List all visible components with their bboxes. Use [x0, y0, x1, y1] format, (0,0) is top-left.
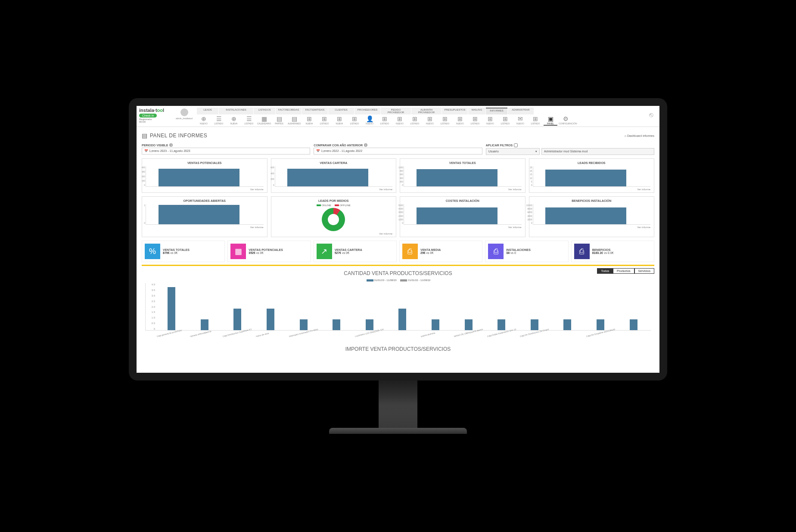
tool-listado-cli[interactable]: ⊞LISTADO: [378, 115, 392, 126]
card-title: LEADS POR MEDIOS: [275, 199, 393, 202]
ver-informe-link[interactable]: Ver informe: [404, 188, 522, 191]
tool-nuevo-pres[interactable]: ⊞NUEVO: [483, 115, 497, 126]
apply-filters-label: APLICAR FILTROS: [486, 143, 654, 147]
big-bar-chart: 4.03.53.02.52.01.51.00.50: [145, 283, 651, 331]
apply-filters-checkbox[interactable]: [514, 143, 518, 147]
tab-proveedores[interactable]: PROVEEDORES: [354, 108, 380, 114]
tile-value: 527€ vs 0€: [335, 251, 362, 254]
tab-clientes[interactable]: CLIENTES: [328, 108, 354, 114]
big-chart-legend: 01/01/23 - 11/08/23 01/01/22 - 11/08/22: [142, 279, 654, 281]
tool-nuevo-cli[interactable]: 👤NUEVO: [363, 115, 376, 126]
card-title: BENEFICIOS INSTALACIÓN: [533, 199, 651, 202]
compare-input[interactable]: 📅 1,enero 2022 - 11,agosto 2022: [314, 148, 482, 155]
card-title: COSTES INSTALACIÓN: [404, 199, 522, 202]
ver-informe-link[interactable]: Ver informe: [533, 188, 651, 191]
tile-label: VENTAS TOTALES: [163, 248, 190, 251]
ver-informe-link[interactable]: Ver informe: [146, 188, 264, 191]
stat-tile: ⎙INSTALACIONES38 vs 0: [485, 241, 568, 262]
tool-listado-ap[interactable]: ⊞LISTADO: [468, 115, 482, 126]
ver-informe-link[interactable]: Ver informe: [275, 232, 393, 235]
tab-mailing[interactable]: MAILING: [468, 108, 485, 114]
tab-fact-emitidas[interactable]: FACT.EMITIDAS: [302, 108, 328, 114]
mini-card: VENTAS CARTERA6004002000Ver informe: [271, 158, 397, 193]
tile-label: BENEFICIOS: [592, 248, 614, 251]
tile-value: 29€ vs 0€: [420, 251, 441, 254]
tool-nuevo-prov[interactable]: ⊞NUEVO: [393, 115, 407, 126]
filter-productos[interactable]: Productos: [613, 268, 634, 274]
tool-nuevo-lead[interactable]: ⊕NUEVO: [197, 115, 211, 126]
stat-tile: ⎙VENTA MEDIA29€ vs 0€: [399, 241, 482, 262]
card-title: VENTAS CARTERA: [275, 161, 393, 164]
tool-listado-leads[interactable]: ☰LISTADO: [212, 115, 226, 126]
tool-nuevo-ap[interactable]: ⊞NUEVO: [453, 115, 467, 126]
donut-chart: [322, 208, 345, 231]
tile-label: INSTALACIONES: [506, 248, 531, 251]
tool-listado-pres[interactable]: ⊞LISTADO: [498, 115, 512, 126]
compare-label: COMPARAR CON AÑO ANTERIORi: [314, 143, 482, 147]
tile-value: 352€ vs 0€: [249, 251, 283, 254]
tool-listado-inst[interactable]: ☰LISTADO: [242, 115, 256, 126]
tile-label: VENTAS CARTERA: [335, 248, 362, 251]
mini-card: COSTES INSTALACIÓN500040003000200010000V…: [400, 196, 525, 237]
tab-pedido-proveedor[interactable]: PEDIDO PROVEEDOR: [381, 108, 411, 114]
mini-bar-chart: 1000080006000400020000: [533, 204, 651, 225]
tab-fact-recibidas[interactable]: FACT.RECIBIDAS: [276, 108, 302, 114]
filter-group-select[interactable]: Usuario ▾: [486, 148, 540, 155]
tool-nuevo-mail[interactable]: ✉NUEVO: [513, 115, 527, 126]
tile-icon: ⎙: [402, 244, 418, 259]
tool-albaranes[interactable]: ▤ALBARANES: [287, 115, 301, 126]
ver-informe-link[interactable]: Ver informe: [404, 226, 522, 229]
info-icon[interactable]: i: [364, 143, 367, 147]
card-title: VENTAS POTENCIALES: [146, 161, 264, 164]
mini-card: LEADS POR MEDIOS ONLINE OFFLINEVer infor…: [271, 196, 397, 237]
tab-informes[interactable]: INFORMES: [486, 108, 507, 114]
tab-listados[interactable]: LISTADOS: [254, 108, 275, 114]
tool-nueva-1[interactable]: ⊞NUEVA: [302, 115, 316, 126]
period-input[interactable]: 📅 1,enero 2023 - 11,agosto 2023: [142, 148, 310, 155]
tile-value: 879€ vs 0€: [163, 251, 190, 254]
card-title: VENTAS TOTALES: [404, 161, 522, 164]
tool-nueva-2[interactable]: ⊞NUEVA: [333, 115, 346, 126]
tool-listado-prov[interactable]: ⊞LISTADO: [408, 115, 422, 126]
card-title: LEADS RECIBIDOS: [533, 161, 651, 164]
tool-config[interactable]: ⚙CONFIGURACIÓN: [559, 115, 572, 126]
logout-icon[interactable]: ⎋: [649, 108, 657, 119]
page-title: PANEL DE INFORMES: [150, 133, 207, 139]
filter-servicios[interactable]: Servicios: [634, 268, 654, 274]
tab-albaran-proveedor[interactable]: ALBARÁN PROVEEDOR: [411, 108, 442, 114]
reports-icon: ▤: [142, 132, 147, 139]
tab-presupuestos[interactable]: PRESUPUESTOS: [442, 108, 468, 114]
tool-partes[interactable]: ▤PARTES: [272, 115, 286, 126]
filter-todos[interactable]: Todos: [597, 268, 613, 274]
tool-nuevo-pp[interactable]: ⊞NUEVO: [423, 115, 437, 126]
user-name: admin_instalatool: [172, 117, 196, 120]
user-block[interactable]: admin_instalatool: [172, 108, 196, 120]
tool-listado-1[interactable]: ⊞LISTADO: [317, 115, 331, 126]
tool-nueva-inst[interactable]: ⊕NUEVA: [227, 115, 241, 126]
breadcrumb[interactable]: ⌂ Dashboard informes: [625, 134, 654, 137]
ver-informe-link[interactable]: Ver informe: [146, 226, 264, 229]
tile-value: 38 vs 0: [506, 251, 531, 254]
tile-label: VENTA MEDIA: [420, 248, 441, 251]
checkin-badge[interactable]: Check in: [139, 114, 157, 118]
card-title: OPORTUNIDADES ABIERTAS: [146, 199, 264, 202]
app-logo: instala·tool: [139, 108, 171, 113]
tool-listado-pp[interactable]: ⊞LISTADO: [438, 115, 452, 126]
tool-listado-2[interactable]: ⊞LISTADO: [348, 115, 361, 126]
tab-leads[interactable]: LEADS: [197, 108, 218, 114]
info-icon[interactable]: i: [169, 143, 173, 147]
tile-label: VENTAS POTENCIALES: [249, 248, 283, 251]
tool-panel[interactable]: ▣PANEL: [544, 115, 557, 126]
ver-informe-link[interactable]: Ver informe: [275, 188, 393, 191]
tile-icon: %: [145, 244, 160, 259]
tab-instalaciones[interactable]: INSTALACIONES: [219, 108, 253, 114]
mini-bar-chart: 6004002000: [275, 166, 393, 187]
mini-card: VENTAS POTENCIALES4003002001000Ver infor…: [142, 158, 267, 193]
tile-icon: ⎙: [574, 244, 590, 259]
tool-listado-mail[interactable]: ⊞LISTADO: [529, 115, 542, 126]
tool-calendario[interactable]: ▦CALENDARIO: [257, 115, 271, 126]
tab-administrar[interactable]: ADMINISTRAR: [508, 108, 534, 114]
ver-informe-link[interactable]: Ver informe: [533, 226, 651, 229]
filter-user-select[interactable]: Administrador mod Sistema mod: [541, 148, 654, 155]
tile-icon: ▦: [230, 244, 246, 259]
